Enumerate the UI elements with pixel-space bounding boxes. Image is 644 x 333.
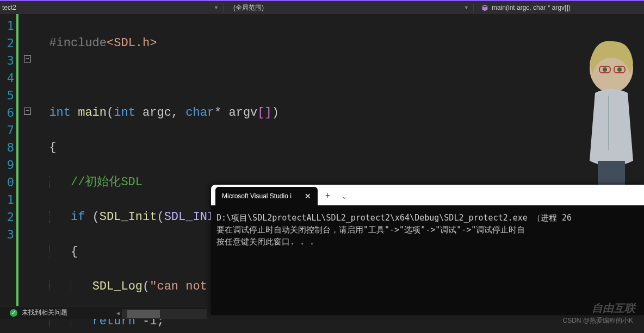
function-label: main(int argc, char * argv[]) xyxy=(492,4,571,11)
scroll-left-icon[interactable]: ◄ xyxy=(114,309,122,319)
fold-toggle[interactable]: − xyxy=(24,55,31,62)
console-output[interactable]: D:\项目\SDL2protectALL\SDL2_protect2\x64\D… xyxy=(211,205,644,254)
scope-global[interactable]: (全局范围) ▼ xyxy=(223,3,473,12)
line-number: 4 xyxy=(0,70,14,87)
tab-dropdown-icon[interactable]: ⌄ xyxy=(338,187,350,205)
preproc: #include xyxy=(49,36,107,50)
close-icon[interactable]: ✕ xyxy=(305,192,311,200)
brace: { xyxy=(49,141,56,154)
fn-sdlinit: SDL_Init xyxy=(100,210,157,224)
scroll-thumb[interactable] xyxy=(127,310,160,318)
chevron-down-icon: ▼ xyxy=(464,5,469,10)
console-window: Microsoft Visual Studio i ✕ + ⌄ D:\项目\SD… xyxy=(211,185,644,315)
console-tab[interactable]: Microsoft Visual Studio i ✕ xyxy=(215,187,318,205)
line-number: 8 xyxy=(0,139,14,156)
line-number: 2 xyxy=(0,209,14,226)
file-label: tect2 xyxy=(2,4,16,11)
fold-toggle[interactable]: − xyxy=(24,108,31,115)
scope-function[interactable]: main(int argc, char * argv[]) xyxy=(473,4,644,11)
new-tab-button[interactable]: + xyxy=(318,187,338,205)
fn-sdllog: SDL_Log xyxy=(92,280,143,293)
console-line: 按任意键关闭此窗口. . . xyxy=(216,236,639,248)
line-number: 2 xyxy=(0,35,14,52)
header: <SDL.h> xyxy=(107,36,157,50)
line-number: 3 xyxy=(0,52,14,70)
line-number: 0 xyxy=(0,174,14,191)
line-number: 7 xyxy=(0,122,14,139)
line-number: 1 xyxy=(0,191,14,209)
horizontal-scrollbar[interactable]: ◄ xyxy=(122,309,207,319)
check-icon: ✓ xyxy=(10,309,17,317)
console-line: 要在调试停止时自动关闭控制台，请启用"工具"->"选项"->"调试"->"调试停… xyxy=(216,224,639,236)
console-tabbar: Microsoft Visual Studio i ✕ + ⌄ xyxy=(211,185,644,205)
chevron-down-icon: ▼ xyxy=(214,5,219,10)
fold-margin: − − xyxy=(16,14,35,307)
brace: { xyxy=(71,245,78,259)
status-text: 未找到相关问题 xyxy=(22,308,67,317)
line-number: 9 xyxy=(0,156,14,174)
tab-title: Microsoft Visual Studio i xyxy=(222,192,292,200)
kw-int: int xyxy=(49,106,71,120)
line-number: 6 xyxy=(0,104,14,122)
scope-label: (全局范围) xyxy=(233,3,264,12)
console-line: D:\项目\SDL2protectALL\SDL2_protect2\x64\D… xyxy=(216,212,639,224)
cube-icon xyxy=(481,4,488,11)
kw-if: if xyxy=(71,210,85,224)
line-number: 1 xyxy=(0,17,14,35)
line-gutter: 1 2 3 4 5 6 7 8 9 0 1 2 3 xyxy=(0,14,16,307)
fn-main: main xyxy=(71,106,107,120)
comment: //初始化SDL xyxy=(71,175,143,189)
scope-file[interactable]: tect2 ▼ xyxy=(0,4,223,11)
line-number: 3 xyxy=(0,226,14,243)
breadcrumb-bar: tect2 ▼ (全局范围) ▼ main(int argc, char * a… xyxy=(0,0,644,14)
line-number: 5 xyxy=(0,87,14,104)
